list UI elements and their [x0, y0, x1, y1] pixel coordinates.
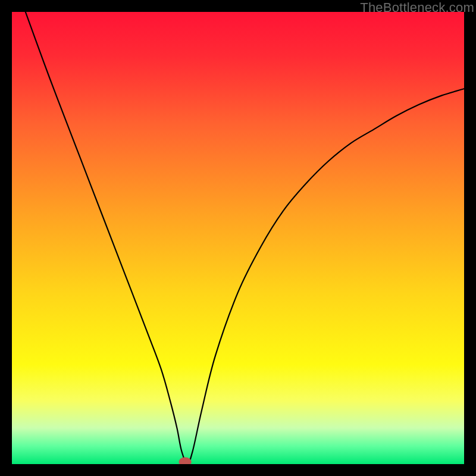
- gradient-background: [12, 12, 464, 464]
- bottleneck-chart: [12, 12, 464, 464]
- watermark-text: TheBottleneck.com: [360, 0, 474, 15]
- chart-frame: [12, 12, 464, 464]
